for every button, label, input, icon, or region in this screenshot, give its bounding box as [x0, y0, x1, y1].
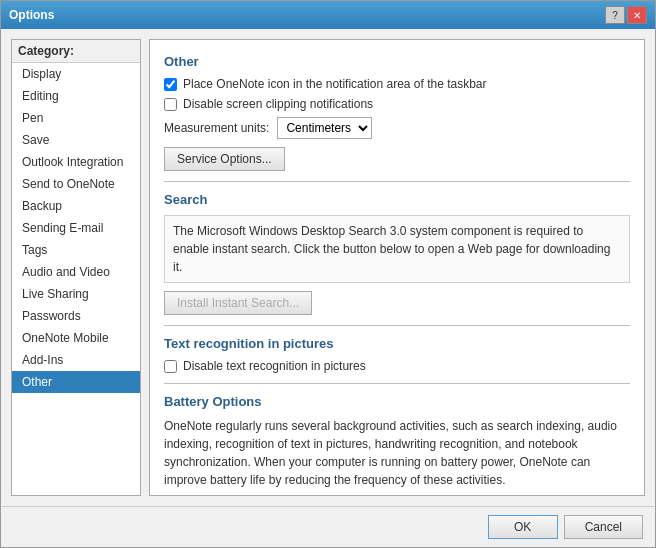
- battery-section: Battery Options OneNote regularly runs s…: [164, 394, 630, 496]
- sidebar-item-outlook[interactable]: Outlook Integration: [12, 151, 140, 173]
- measurement-select[interactable]: Centimeters Inches: [277, 117, 372, 139]
- sidebar-item-other[interactable]: Other: [12, 371, 140, 393]
- divider-2: [164, 325, 630, 326]
- screen-clipping-label[interactable]: Disable screen clipping notifications: [183, 97, 373, 111]
- disable-text-recognition-label[interactable]: Disable text recognition in pictures: [183, 359, 366, 373]
- text-recognition-title: Text recognition in pictures: [164, 336, 630, 351]
- taskbar-icon-row: Place OneNote icon in the notification a…: [164, 77, 630, 91]
- disable-text-recognition-row: Disable text recognition in pictures: [164, 359, 630, 373]
- sidebar: Category: Display Editing Pen Save Outlo…: [11, 39, 141, 496]
- install-search-button[interactable]: Install Instant Search...: [164, 291, 312, 315]
- sidebar-item-audio[interactable]: Audio and Video: [12, 261, 140, 283]
- help-button[interactable]: ?: [605, 6, 625, 24]
- service-options-button[interactable]: Service Options...: [164, 147, 285, 171]
- other-section: Other Place OneNote icon in the notifica…: [164, 54, 630, 171]
- measurement-label: Measurement units:: [164, 121, 269, 135]
- sidebar-item-tags[interactable]: Tags: [12, 239, 140, 261]
- sidebar-item-editing[interactable]: Editing: [12, 85, 140, 107]
- measurement-select-wrapper: Centimeters Inches: [277, 117, 372, 139]
- dialog-content: Category: Display Editing Pen Save Outlo…: [1, 29, 655, 506]
- ok-button[interactable]: OK: [488, 515, 558, 539]
- cancel-button[interactable]: Cancel: [564, 515, 643, 539]
- taskbar-icon-checkbox[interactable]: [164, 78, 177, 91]
- options-dialog: Options ? ✕ Category: Display Editing Pe…: [0, 0, 656, 548]
- title-bar: Options ? ✕: [1, 1, 655, 29]
- sidebar-item-backup[interactable]: Backup: [12, 195, 140, 217]
- sidebar-item-send[interactable]: Send to OneNote: [12, 173, 140, 195]
- screen-clipping-checkbox[interactable]: [164, 98, 177, 111]
- text-recognition-section: Text recognition in pictures Disable tex…: [164, 336, 630, 373]
- sidebar-header: Category:: [12, 40, 140, 63]
- measurement-row: Measurement units: Centimeters Inches: [164, 117, 630, 139]
- dialog-body: Category: Display Editing Pen Save Outlo…: [1, 29, 655, 547]
- sidebar-item-passwords[interactable]: Passwords: [12, 305, 140, 327]
- battery-description: OneNote regularly runs several backgroun…: [164, 417, 630, 489]
- screen-clipping-row: Disable screen clipping notifications: [164, 97, 630, 111]
- divider-3: [164, 383, 630, 384]
- sidebar-item-sharing[interactable]: Live Sharing: [12, 283, 140, 305]
- sidebar-item-pen[interactable]: Pen: [12, 107, 140, 129]
- search-section: Search The Microsoft Windows Desktop Sea…: [164, 192, 630, 315]
- title-bar-controls: ? ✕: [605, 6, 647, 24]
- main-panel: Other Place OneNote icon in the notifica…: [149, 39, 645, 496]
- taskbar-icon-label[interactable]: Place OneNote icon in the notification a…: [183, 77, 487, 91]
- battery-section-title: Battery Options: [164, 394, 630, 409]
- sidebar-item-display[interactable]: Display: [12, 63, 140, 85]
- other-section-title: Other: [164, 54, 630, 69]
- search-section-title: Search: [164, 192, 630, 207]
- sidebar-item-addins[interactable]: Add-Ins: [12, 349, 140, 371]
- sidebar-item-mobile[interactable]: OneNote Mobile: [12, 327, 140, 349]
- dialog-title: Options: [9, 8, 54, 22]
- sidebar-item-email[interactable]: Sending E-mail: [12, 217, 140, 239]
- sidebar-item-save[interactable]: Save: [12, 129, 140, 151]
- close-button[interactable]: ✕: [627, 6, 647, 24]
- dialog-footer: OK Cancel: [1, 506, 655, 547]
- disable-text-recognition-checkbox[interactable]: [164, 360, 177, 373]
- search-info-text: The Microsoft Windows Desktop Search 3.0…: [164, 215, 630, 283]
- divider-1: [164, 181, 630, 182]
